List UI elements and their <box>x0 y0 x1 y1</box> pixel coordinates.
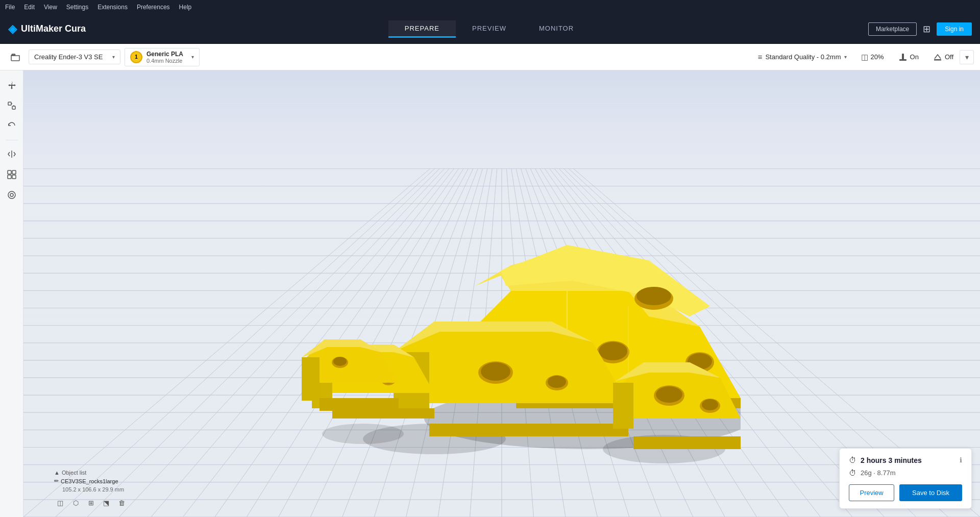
move-tool[interactable] <box>3 77 20 94</box>
med-cheese-hole-1-inner <box>481 362 510 381</box>
obj-action-1[interactable]: ◫ <box>54 497 66 509</box>
print-material-label: 26g · 8.77m <box>861 469 896 477</box>
app-title: UltiMaker Cura <box>21 23 86 34</box>
mirror-tool[interactable] <box>3 145 20 163</box>
support-section: On <box>898 53 919 62</box>
save-to-disk-button[interactable]: Save to Disk <box>899 484 962 501</box>
br-hole-2-inner <box>702 399 718 410</box>
object-name-label: ✏ CE3V3SE_rocks1large <box>54 478 128 484</box>
svg-rect-6 <box>8 170 11 174</box>
print-time-info-icon[interactable]: ℹ <box>960 456 962 464</box>
material-badge: 1 <box>130 51 142 63</box>
header: ◈ UltiMaker Cura PREPARE PREVIEW MONITOR… <box>0 14 980 44</box>
br-cheese-bottom <box>633 436 741 449</box>
tiny-hole-1-inner <box>333 357 347 366</box>
printer-name: Creality Ender-3 V3 SE <box>34 53 103 61</box>
small-shadow <box>322 424 404 444</box>
toolbar: Creality Ender-3 V3 SE ▾ 1 Generic PLA 0… <box>0 44 980 70</box>
undo-tool[interactable] <box>3 117 20 135</box>
logo-icon: ◈ <box>8 22 17 36</box>
material-name: Generic PLA <box>146 51 183 58</box>
material-info: Generic PLA 0.4mm Nozzle <box>146 51 183 64</box>
tab-preview[interactable]: PREVIEW <box>456 20 523 38</box>
open-file-button[interactable] <box>6 48 24 66</box>
logo: ◈ UltiMaker Cura <box>8 22 110 36</box>
svg-rect-9 <box>12 175 16 179</box>
filament-icon: ⏱ <box>849 469 856 477</box>
settings-expand-button[interactable]: ▾ <box>960 50 974 64</box>
svg-rect-2 <box>899 59 906 61</box>
marketplace-button[interactable]: Marketplace <box>868 22 917 36</box>
preview-button[interactable]: Preview <box>849 484 894 501</box>
signin-button[interactable]: Sign in <box>937 22 972 36</box>
svg-rect-1 <box>902 54 904 60</box>
cheese-hole-front-1-inner <box>599 342 627 360</box>
print-actions: Preview Save to Disk <box>849 484 962 501</box>
toolbar-separator-1 <box>6 140 18 140</box>
cheese-hole-top-inner <box>636 287 671 305</box>
menu-edit[interactable]: Edit <box>24 4 35 11</box>
menu-settings[interactable]: Settings <box>66 4 88 11</box>
tiny-cheese-left <box>302 357 320 401</box>
menu-view[interactable]: View <box>44 4 57 11</box>
svg-point-10 <box>8 191 15 199</box>
quality-selector[interactable]: ≡ Standard Quality - 0.2mm ▾ <box>758 53 847 61</box>
quality-icon: ≡ <box>758 53 763 61</box>
svg-rect-4 <box>8 102 11 105</box>
nav-tabs: PREPARE PREVIEW MONITOR <box>110 20 868 38</box>
header-right: Marketplace ⊞ Sign in <box>868 22 972 36</box>
support-tool[interactable] <box>3 186 20 204</box>
svg-rect-3 <box>934 59 941 61</box>
support-icon <box>898 53 908 62</box>
tab-monitor[interactable]: MONITOR <box>523 20 590 38</box>
object-actions: ◫ ⬡ ⊞ ⬔ 🗑 <box>54 497 128 509</box>
obj-action-5[interactable]: 🗑 <box>115 497 128 509</box>
model-area <box>281 122 741 480</box>
menu-file[interactable]: File <box>5 4 15 11</box>
svg-rect-5 <box>12 106 15 109</box>
print-time-label: 2 hours 3 minutes <box>861 456 955 464</box>
med-cheese-hole-2-inner <box>548 376 566 388</box>
obj-action-2[interactable]: ⬡ <box>69 497 82 509</box>
svg-point-11 <box>10 193 13 196</box>
infill-icon: ◫ <box>861 53 868 62</box>
object-dimensions: 105.2 x 106.6 x 29.9 mm <box>62 486 128 493</box>
print-info-panel: ⏱ 2 hours 3 minutes ℹ ⏱ 26g · 8.77m Prev… <box>839 448 972 509</box>
left-toolbar <box>0 70 23 517</box>
clock-icon: ⏱ <box>849 456 856 464</box>
svg-rect-7 <box>12 170 16 174</box>
menu-preferences[interactable]: Preferences <box>137 4 170 11</box>
svg-rect-8 <box>8 175 11 179</box>
print-material-row: ⏱ 26g · 8.77m <box>849 469 962 477</box>
main-area: ▲ Object list ✏ CE3V3SE_rocks1large 105.… <box>0 70 980 517</box>
bottom-info: ▲ Object list ✏ CE3V3SE_rocks1large 105.… <box>54 470 128 509</box>
quality-chevron-icon: ▾ <box>844 54 847 60</box>
obj-action-4[interactable]: ⬔ <box>100 497 112 509</box>
printer-selector[interactable]: Creality Ender-3 V3 SE ▾ <box>29 50 120 64</box>
adhesion-label: Off <box>945 53 953 61</box>
material-selector[interactable]: 1 Generic PLA 0.4mm Nozzle ▾ <box>125 48 200 66</box>
object-list-label[interactable]: ▲ Object list <box>54 470 128 476</box>
med-cheese-bottom <box>429 424 628 436</box>
material-chevron-icon: ▾ <box>191 54 194 60</box>
print-time-row: ⏱ 2 hours 3 minutes ℹ <box>849 456 962 464</box>
apps-grid-icon[interactable]: ⊞ <box>923 23 930 35</box>
printer-chevron-icon: ▾ <box>112 54 115 60</box>
obj-action-3[interactable]: ⊞ <box>85 497 97 509</box>
quality-label: Standard Quality - 0.2mm <box>765 53 841 61</box>
infill-section: ◫ 20% <box>861 53 884 62</box>
adhesion-section: Off <box>933 53 953 62</box>
viewport[interactable]: ▲ Object list ✏ CE3V3SE_rocks1large 105.… <box>23 70 980 517</box>
infill-value: 20% <box>871 53 884 61</box>
menu-bar: File Edit View Settings Extensions Prefe… <box>0 0 980 14</box>
br-cheese-left <box>613 383 633 429</box>
adhesion-icon <box>933 53 942 62</box>
menu-extensions[interactable]: Extensions <box>97 4 128 11</box>
br-hole-1-inner <box>656 386 682 403</box>
tab-prepare[interactable]: PREPARE <box>388 20 456 38</box>
material-sub: 0.4mm Nozzle <box>146 58 183 64</box>
arrange-tool[interactable] <box>3 166 20 183</box>
tiny-cheese-bottom <box>320 398 399 411</box>
scale-tool[interactable] <box>3 97 20 114</box>
menu-help[interactable]: Help <box>179 4 192 11</box>
